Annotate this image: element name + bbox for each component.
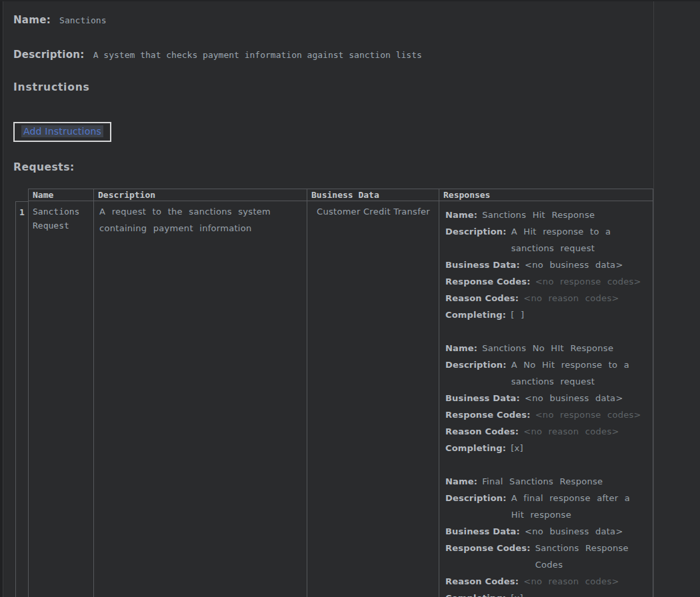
- response-description-value: A No Hit response to a sanctions request: [511, 356, 647, 390]
- reason-codes-row: Reason Codes: <no reason codes>: [445, 573, 647, 590]
- reason-codes-value: <no reason codes>: [523, 290, 619, 306]
- window-top-edge: [0, 0, 700, 1]
- request-name-cell[interactable]: Sanctions Request: [28, 201, 93, 597]
- instructions-heading: Instructions: [13, 81, 653, 94]
- response-name-value: Final Sanctions Response: [482, 473, 603, 490]
- response-name-value: Sanctions Hit Response: [482, 207, 595, 223]
- reason-codes-row: Reason Codes: <no reason codes>: [445, 290, 647, 306]
- completing-label: Completing:: [445, 590, 506, 597]
- system-description-row: Description: A system that checks paymen…: [13, 48, 653, 61]
- response-codes-value: <no response codes>: [535, 406, 641, 423]
- column-header-business-data: Business Data: [307, 189, 439, 201]
- response-block-sanctions-no-hit: Name: Sanctions No HIt Response Descript…: [445, 340, 647, 456]
- system-detail-panel: Name: Sanctions Description: A system th…: [3, 0, 654, 597]
- response-codes-label: Response Codes:: [445, 273, 531, 290]
- system-name-label: Name:: [13, 14, 51, 26]
- response-name-row: Name: Final Sanctions Response: [445, 473, 647, 490]
- response-business-data-label: Business Data:: [445, 390, 520, 406]
- response-business-data-value: <no business data>: [525, 257, 623, 273]
- completing-checkbox-value: [x]: [511, 590, 523, 597]
- response-business-data-label: Business Data:: [445, 523, 520, 540]
- row-number-cell[interactable]: 1: [15, 201, 28, 597]
- system-name-value: Sanctions: [59, 15, 106, 25]
- requests-table: Name Description Business Data Responses…: [15, 189, 653, 597]
- completing-checkbox-value: [x]: [511, 440, 523, 456]
- response-business-data-label: Business Data:: [445, 257, 520, 273]
- column-header-responses: Responses: [439, 189, 653, 201]
- request-business-data-cell[interactable]: Customer Credit Transfer: [307, 201, 439, 597]
- app-window: Name: Sanctions Description: A system th…: [0, 0, 700, 597]
- completing-label: Completing:: [445, 306, 506, 323]
- response-business-data-value: <no business data>: [525, 523, 623, 540]
- system-name-row: Name: Sanctions: [13, 13, 653, 27]
- response-name-label: Name:: [445, 473, 477, 490]
- response-description-label: Description:: [445, 223, 507, 257]
- response-description-row: Description: A Hit response to a sanctio…: [445, 223, 647, 257]
- response-name-row: Name: Sanctions No HIt Response: [445, 340, 647, 356]
- response-name-label: Name:: [445, 340, 477, 356]
- response-description-label: Description:: [445, 490, 507, 523]
- response-name-label: Name:: [445, 207, 477, 223]
- reason-codes-value: <no reason codes>: [523, 573, 619, 590]
- response-codes-label: Response Codes:: [445, 540, 531, 573]
- response-codes-label: Response Codes:: [445, 406, 531, 423]
- reason-codes-label: Reason Codes:: [445, 573, 519, 590]
- right-margin: [654, 0, 700, 597]
- add-instructions-button[interactable]: Add Instructions: [13, 122, 111, 142]
- reason-codes-row: Reason Codes: <no reason codes>: [445, 423, 647, 440]
- request-description-cell[interactable]: A request to the sanctions system contai…: [93, 201, 307, 597]
- response-description-label: Description:: [445, 356, 507, 390]
- reason-codes-label: Reason Codes:: [445, 290, 519, 306]
- response-business-data-row: Business Data: <no business data>: [445, 523, 647, 540]
- column-header-description: Description: [93, 189, 307, 201]
- completing-row: Completing: [x]: [445, 440, 647, 456]
- system-description-value: A system that checks payment information…: [93, 50, 422, 60]
- response-description-value: A Hit response to a sanctions request: [511, 223, 647, 257]
- system-description-label: Description:: [13, 49, 85, 61]
- completing-row: Completing: [x]: [445, 590, 647, 597]
- response-block-final-sanctions: Name: Final Sanctions Response Descripti…: [445, 473, 647, 597]
- add-instructions-button-label: Add Instructions: [21, 125, 103, 137]
- response-name-row: Name: Sanctions Hit Response: [445, 207, 647, 223]
- response-codes-value: Sanctions Response Codes: [535, 540, 647, 573]
- row-number-header-spacer: [15, 189, 28, 201]
- reason-codes-label: Reason Codes:: [445, 423, 519, 440]
- completing-row: Completing: [ ]: [445, 306, 647, 323]
- completing-label: Completing:: [445, 440, 506, 456]
- response-block-sanctions-hit: Name: Sanctions Hit Response Description…: [445, 207, 647, 323]
- reason-codes-value: <no reason codes>: [523, 423, 619, 440]
- response-business-data-value: <no business data>: [525, 390, 623, 406]
- response-description-row: Description: A final response after a Hi…: [445, 490, 647, 523]
- response-name-value: Sanctions No HIt Response: [482, 340, 613, 356]
- requests-heading: Requests:: [13, 161, 653, 174]
- response-codes-row: Response Codes: <no response codes>: [445, 406, 647, 423]
- response-codes-row: Response Codes: <no response codes>: [445, 273, 647, 290]
- request-responses-cell[interactable]: Name: Sanctions Hit Response Description…: [439, 201, 653, 597]
- response-description-value: A final response after a Hit response: [511, 490, 647, 523]
- completing-checkbox-value: [ ]: [511, 306, 524, 323]
- response-description-row: Description: A No Hit response to a sanc…: [445, 356, 647, 390]
- response-codes-row: Response Codes: Sanctions Response Codes: [445, 540, 647, 573]
- response-business-data-row: Business Data: <no business data>: [445, 390, 647, 406]
- response-codes-value: <no response codes>: [535, 273, 641, 290]
- response-business-data-row: Business Data: <no business data>: [445, 257, 647, 273]
- column-header-name: Name: [28, 189, 93, 201]
